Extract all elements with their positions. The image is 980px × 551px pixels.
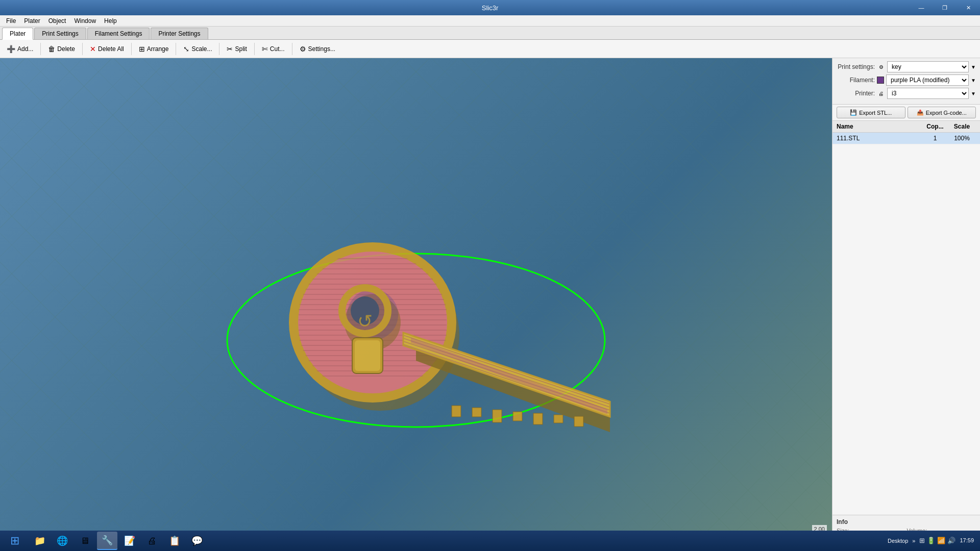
col-header-name: Name bbox=[837, 123, 922, 130]
svg-rect-47 bbox=[533, 413, 543, 424]
title-bar: Slic3r — ❐ ✕ bbox=[0, 0, 980, 15]
export-stl-button[interactable]: 💾 Export STL... bbox=[837, 107, 905, 118]
object-name: 111.STL bbox=[837, 135, 922, 142]
delete-all-icon: ✕ bbox=[90, 45, 96, 53]
object-scale: 100% bbox=[948, 135, 976, 142]
taskbar-icon-skype[interactable]: 💬 bbox=[187, 532, 207, 550]
export-stl-label: Export STL... bbox=[859, 110, 892, 116]
taskbar-icon-word[interactable]: 📝 bbox=[119, 532, 140, 550]
print-settings-panel: Print settings: ⚙ key ▼ Filament: purple… bbox=[832, 58, 980, 105]
split-label: Split bbox=[235, 45, 247, 53]
object-row[interactable]: 111.STL 1 100% bbox=[832, 133, 980, 144]
tab-printer-settings[interactable]: Printer Settings bbox=[151, 28, 208, 39]
tab-filament-settings[interactable]: Filament Settings bbox=[87, 28, 150, 39]
printer-label: Printer: bbox=[837, 90, 875, 97]
tab-print-settings[interactable]: Print Settings bbox=[34, 28, 86, 39]
clock-time: 17:59 bbox=[960, 537, 974, 544]
print-settings-select[interactable]: key bbox=[887, 61, 969, 72]
sep5 bbox=[219, 43, 219, 55]
key-model-svg: ↺ bbox=[186, 146, 646, 463]
taskbar-icon-slic3r[interactable]: 🔧 bbox=[97, 532, 117, 550]
svg-rect-45 bbox=[493, 410, 502, 422]
model-area: ↺ bbox=[0, 58, 832, 551]
svg-rect-34 bbox=[355, 340, 380, 371]
object-copies: 1 bbox=[922, 135, 948, 142]
window-controls: — ❐ ✕ bbox=[910, 0, 980, 15]
menu-window[interactable]: Window bbox=[70, 16, 100, 26]
delete-all-button[interactable]: ✕ Delete All bbox=[85, 43, 129, 55]
taskbar: ⊞ 📁 🌐 🖥 🔧 📝 🖨 📋 💬 Desktop » ⊞ 🔋 📶 🔊 17:5… bbox=[0, 531, 980, 551]
taskbar-desktop-label: Desktop bbox=[888, 538, 908, 544]
settings-label: Settings... bbox=[308, 45, 335, 53]
sep2 bbox=[82, 43, 83, 55]
menu-object[interactable]: Object bbox=[44, 16, 70, 26]
start-button[interactable]: ⊞ bbox=[2, 532, 28, 550]
filament-dropdown-icon: ▼ bbox=[971, 78, 976, 83]
tab-bar: Plater Print Settings Filament Settings … bbox=[0, 27, 980, 40]
taskbar-icons: 📁 🌐 🖥 🔧 📝 🖨 📋 💬 bbox=[30, 532, 207, 550]
info-title: Info bbox=[837, 518, 976, 525]
taskbar-arrow: » bbox=[912, 538, 915, 544]
export-gcode-button[interactable]: 📤 Export G-code... bbox=[908, 107, 976, 118]
add-label: Add... bbox=[17, 45, 33, 53]
split-button[interactable]: ✂ Split bbox=[222, 43, 251, 55]
windows-icon: ⊞ bbox=[10, 534, 19, 547]
main-content: ↺ 2.00 3D 2D Preview Layers Print settin… bbox=[0, 58, 980, 551]
tab-plater[interactable]: Plater bbox=[2, 28, 33, 40]
tray-icons: ⊞ 🔋 📶 🔊 bbox=[919, 537, 955, 544]
svg-rect-43 bbox=[452, 406, 461, 417]
taskbar-icon-app7[interactable]: 📋 bbox=[164, 532, 185, 550]
export-gcode-label: Export G-code... bbox=[926, 110, 967, 116]
menu-plater[interactable]: Plater bbox=[20, 16, 44, 26]
close-button[interactable]: ✕ bbox=[957, 0, 980, 15]
taskbar-icon-app6[interactable]: 🖨 bbox=[142, 532, 162, 550]
menu-file[interactable]: File bbox=[2, 16, 20, 26]
print-settings-icon: ⚙ bbox=[877, 63, 885, 71]
cut-icon: ✄ bbox=[262, 45, 268, 53]
svg-text:↺: ↺ bbox=[357, 311, 373, 332]
menu-bar: File Plater Object Window Help bbox=[0, 15, 980, 27]
tray-network-icon[interactable]: ⊞ bbox=[919, 537, 925, 544]
menu-help[interactable]: Help bbox=[100, 16, 121, 26]
settings-button[interactable]: ⚙ Settings... bbox=[295, 43, 340, 55]
sep4 bbox=[176, 43, 176, 55]
printer-dropdown-icon: ▼ bbox=[971, 91, 976, 96]
delete-button[interactable]: 🗑 Delete bbox=[43, 43, 80, 55]
toolbar: ➕ Add... 🗑 Delete ✕ Delete All ⊞ Arrange… bbox=[0, 40, 980, 58]
arrange-label: Arrange bbox=[147, 45, 169, 53]
filament-label: Filament: bbox=[837, 77, 875, 84]
split-icon: ✂ bbox=[227, 45, 233, 53]
add-button[interactable]: ➕ Add... bbox=[2, 43, 38, 55]
taskbar-icon-browser[interactable]: 🌐 bbox=[52, 532, 72, 550]
viewport[interactable]: ↺ 2.00 3D 2D Preview Layers bbox=[0, 58, 832, 551]
delete-label: Delete bbox=[57, 45, 75, 53]
scale-label: Scale... bbox=[191, 45, 212, 53]
window-title: Slic3r bbox=[482, 4, 499, 12]
export-gcode-icon: 📤 bbox=[917, 109, 924, 116]
tray-volume-icon[interactable]: 🔊 bbox=[947, 537, 955, 544]
maximize-button[interactable]: ❐ bbox=[933, 0, 957, 15]
svg-rect-46 bbox=[513, 412, 522, 421]
col-header-copies: Cop... bbox=[922, 123, 948, 130]
taskbar-icon-explorer[interactable]: 📁 bbox=[30, 532, 50, 550]
printer-icon: 🖨 bbox=[877, 89, 885, 97]
taskbar-clock[interactable]: 17:59 bbox=[960, 537, 974, 544]
taskbar-icon-app3[interactable]: 🖥 bbox=[75, 532, 95, 550]
minimize-button[interactable]: — bbox=[910, 0, 933, 15]
svg-rect-49 bbox=[574, 416, 583, 427]
svg-rect-44 bbox=[472, 408, 481, 417]
cut-button[interactable]: ✄ Cut... bbox=[257, 43, 289, 55]
sep3 bbox=[131, 43, 132, 55]
scale-button[interactable]: ⤡ Scale... bbox=[179, 43, 216, 55]
printer-select[interactable]: i3 bbox=[887, 88, 969, 99]
arrange-button[interactable]: ⊞ Arrange bbox=[134, 43, 174, 55]
print-settings-row: Print settings: ⚙ key ▼ bbox=[837, 61, 976, 72]
tray-power-icon[interactable]: 🔋 bbox=[927, 537, 935, 544]
print-settings-label: Print settings: bbox=[837, 63, 875, 70]
export-stl-icon: 💾 bbox=[850, 109, 857, 116]
print-settings-dropdown-icon: ▼ bbox=[971, 64, 976, 70]
object-list-header: Name Cop... Scale bbox=[832, 121, 980, 133]
filament-select[interactable]: purple PLA (modified) bbox=[886, 74, 969, 86]
sep1 bbox=[40, 43, 41, 55]
tray-wifi-icon[interactable]: 📶 bbox=[937, 537, 945, 544]
